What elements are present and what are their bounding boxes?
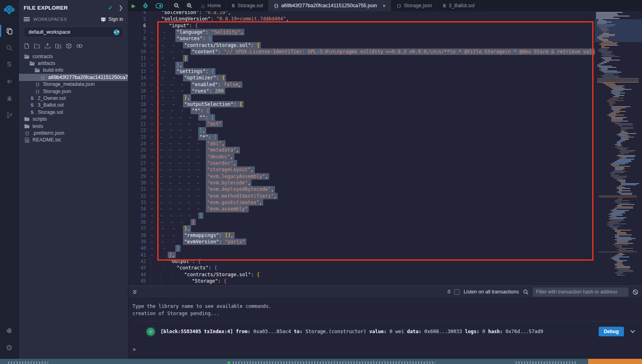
code-line-16[interactable]: 16→→→→"runs": 200 xyxy=(128,88,595,94)
code-line-31[interactable]: 31→→→→→→"evm.deployedBytecode", xyxy=(128,186,595,192)
zoom-out-icon[interactable] xyxy=(170,0,183,11)
tree-item[interactable]: {}.prettierrc.json xyxy=(19,129,128,136)
new-file-icon[interactable] xyxy=(24,43,29,49)
code-line-35[interactable]: 35→→→→→] xyxy=(128,212,595,219)
workspace-select[interactable]: default_workspace ▲▼ xyxy=(24,26,123,38)
run-script-button[interactable]: ▶ xyxy=(128,0,139,11)
code-line-39[interactable]: 39→→→"evmVersion": "paris" xyxy=(128,239,595,245)
tab-3-ballot-sol[interactable]: S3_Ballot.sol xyxy=(437,0,480,11)
code-line-29[interactable]: 29→→→→→→"evm.legacyAssembly", xyxy=(128,173,595,180)
tab-storage-sol[interactable]: SStorage.sol xyxy=(226,0,268,11)
copilot-toggle[interactable] xyxy=(152,0,167,11)
tree-item[interactable]: {}Storage_metadata.json xyxy=(19,81,128,88)
code-line-44[interactable]: 44"contracts/Storage.sol": { xyxy=(128,271,595,278)
hamburger-menu-icon[interactable] xyxy=(24,17,30,22)
expand-transaction-icon[interactable] xyxy=(630,330,636,334)
code-line-41[interactable]: 41→}, xyxy=(128,252,595,258)
code-line-25[interactable]: 25→→→→→→"metadata", xyxy=(128,147,595,153)
code-line-18[interactable]: 18→→→"outputSelection": { xyxy=(128,101,595,107)
terminal-body[interactable]: Type the library name to see available c… xyxy=(128,298,642,359)
code-line-33[interactable]: 33→→→→→→"evm.gasEstimates", xyxy=(128,199,595,206)
code-line-14[interactable]: 14→→→"optimizer": { xyxy=(128,75,595,81)
search-icon[interactable] xyxy=(0,40,19,55)
remix-logo-icon[interactable] xyxy=(0,1,19,19)
new-folder-icon[interactable] xyxy=(34,43,40,49)
code-line-11[interactable]: 11→→→} xyxy=(128,55,595,61)
code-line-27[interactable]: 27→→→→→→"userdoc", xyxy=(128,160,595,166)
upload-file-icon[interactable] xyxy=(45,43,51,49)
code-line-42[interactable]: 42"output": { xyxy=(128,258,595,265)
tree-item[interactable]: artifacts xyxy=(19,60,128,67)
code-line-17[interactable]: 17→→→}, xyxy=(128,94,595,101)
code-line-24[interactable]: 24→→→→→→"abi", xyxy=(128,140,595,147)
code-line-4[interactable]: 4"solcVersion": "0.8.19", xyxy=(128,11,595,16)
debugger-icon[interactable] xyxy=(0,91,19,105)
chevron-right-icon[interactable]: ❯ xyxy=(118,4,123,11)
collapse-terminal-icon[interactable] xyxy=(132,289,138,295)
tab-a69b43f277ba20fcac141151250ca755-json[interactable]: {}a69b43f277ba20fcac141151250ca755.json× xyxy=(268,0,391,11)
clear-console-icon[interactable] xyxy=(632,289,638,295)
close-tab-icon[interactable]: × xyxy=(382,3,386,9)
tab-storage-json[interactable]: {}Storage.json xyxy=(391,0,437,11)
code-line-34[interactable]: 34→→→→→→"evm.assembly" xyxy=(128,206,595,212)
file-explorer-icon[interactable] xyxy=(0,24,19,38)
code-line-21[interactable]: 21→→→→→→"ast" xyxy=(128,121,595,127)
whitespace-tab-arrow: → xyxy=(187,154,197,160)
transaction-filter-input[interactable] xyxy=(533,287,628,297)
tree-item[interactable]: README.txt xyxy=(19,137,128,144)
cube-icon[interactable] xyxy=(66,43,72,49)
status-orange-segment[interactable] xyxy=(588,359,642,364)
tree-item[interactable]: S2_Owner.sol xyxy=(19,95,128,101)
tab-home[interactable]: ⌂Home xyxy=(196,0,226,11)
link-icon[interactable] xyxy=(76,43,83,49)
tree-item[interactable]: SStorage.sol xyxy=(19,109,128,115)
code-line-26[interactable]: 26→→→→→→"devdoc", xyxy=(128,154,595,160)
settings-icon[interactable]: ⚙ xyxy=(0,340,19,355)
code-line-7[interactable]: 7→→"language": "Solidity", xyxy=(128,29,595,35)
tree-item[interactable]: contracts xyxy=(19,53,128,60)
code-line-9[interactable]: 9→→→"contracts/Storage.sol": { xyxy=(128,42,595,49)
code-line-45[interactable]: 45"Storage": { xyxy=(128,278,595,284)
git-icon[interactable] xyxy=(0,108,19,122)
code-line-5[interactable]: 5"solcLongVersion": "0.8.19+commit.7dd6d… xyxy=(128,16,595,22)
code-line-23[interactable]: 23→→→→→"*": [ xyxy=(128,134,595,140)
code-line-8[interactable]: 8→→"sources": { xyxy=(128,35,595,42)
listen-all-checkbox[interactable] xyxy=(454,289,459,295)
tree-item[interactable]: scripts xyxy=(19,116,128,123)
tree-item[interactable]: tests xyxy=(19,123,128,129)
code-area[interactable]: 4"solcVersion": "0.8.19",5"solcLongVersi… xyxy=(128,11,595,285)
code-line-19[interactable]: 19→→→→"*": { xyxy=(128,107,595,114)
code-line-10[interactable]: 10→→→→"content": "// SPDX-License-Identi… xyxy=(128,49,595,55)
terminal-prompt[interactable]: > xyxy=(133,347,136,352)
code-line-12[interactable]: 12→→}, xyxy=(128,62,595,68)
tree-item[interactable]: {}a69b43f277ba20fcac141151250ca7... xyxy=(19,74,128,81)
minimap-line xyxy=(619,251,634,251)
code-line-6[interactable]: 6"input": { xyxy=(128,22,595,29)
tree-item[interactable]: build-info xyxy=(19,67,128,74)
ai-assistant-icon[interactable] xyxy=(139,0,152,11)
solidity-compiler-icon[interactable]: S xyxy=(0,57,19,72)
transaction-log-entry[interactable]: ✓ [block:5583405 txIndex:4] from: 0xa03.… xyxy=(132,321,642,341)
minimap[interactable] xyxy=(595,11,642,285)
code-line-13[interactable]: 13→→"settings": { xyxy=(128,68,595,75)
plugin-manager-icon[interactable] xyxy=(0,324,19,338)
code-line-32[interactable]: 32→→→→→→"evm.methodIdentifiers", xyxy=(128,193,595,199)
whitespace-tab-arrow: → xyxy=(171,81,181,88)
tree-item[interactable]: S3_Ballot.sol xyxy=(19,102,128,109)
code-line-30[interactable]: 30→→→→→→"evm.bytecode", xyxy=(128,180,595,186)
code-line-22[interactable]: 22→→→→→], xyxy=(128,127,595,133)
code-line-40[interactable]: 40→→} xyxy=(128,245,595,251)
tree-item[interactable]: {}Storage.json xyxy=(19,88,128,95)
sign-in-button[interactable]: Sign in xyxy=(100,16,123,22)
zoom-in-icon[interactable] xyxy=(183,0,196,11)
code-line-43[interactable]: 43"contracts": { xyxy=(128,265,595,271)
code-line-20[interactable]: 20→→→→→"": [ xyxy=(128,114,595,121)
code-line-38[interactable]: 38→→→"remappings": [], xyxy=(128,232,595,239)
debug-button[interactable]: Debug xyxy=(599,327,624,336)
code-line-28[interactable]: 28→→→→→→"storageLayout", xyxy=(128,166,595,173)
deploy-and-run-icon[interactable] xyxy=(0,74,19,89)
code-line-36[interactable]: 36→→→→} xyxy=(128,219,595,225)
code-line-37[interactable]: 37→→→}, xyxy=(128,225,595,232)
code-line-15[interactable]: 15→→→→"enabled": false, xyxy=(128,81,595,88)
upload-folder-icon[interactable] xyxy=(55,43,61,49)
